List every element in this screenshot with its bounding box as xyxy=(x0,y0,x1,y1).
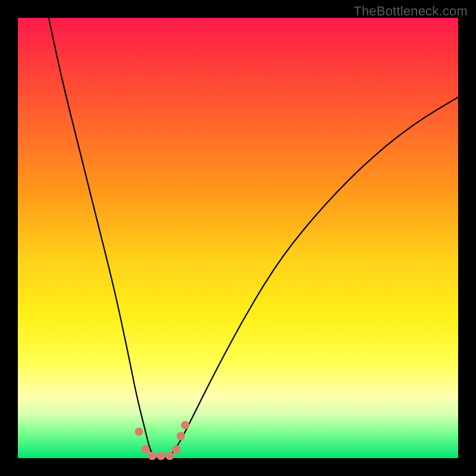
dot xyxy=(181,421,189,430)
dot xyxy=(135,428,143,436)
dot xyxy=(172,445,180,453)
dots-group xyxy=(135,421,190,461)
watermark-text: TheBottleneck.com xyxy=(353,4,468,19)
dot xyxy=(142,445,150,453)
plot-area xyxy=(18,18,458,458)
dot xyxy=(165,452,174,460)
dot xyxy=(177,432,185,440)
dot xyxy=(148,452,156,460)
chart-frame: TheBottleneck.com xyxy=(0,0,476,476)
dot xyxy=(157,452,165,460)
curve-svg xyxy=(18,18,458,458)
bottleneck-curve xyxy=(49,18,458,458)
